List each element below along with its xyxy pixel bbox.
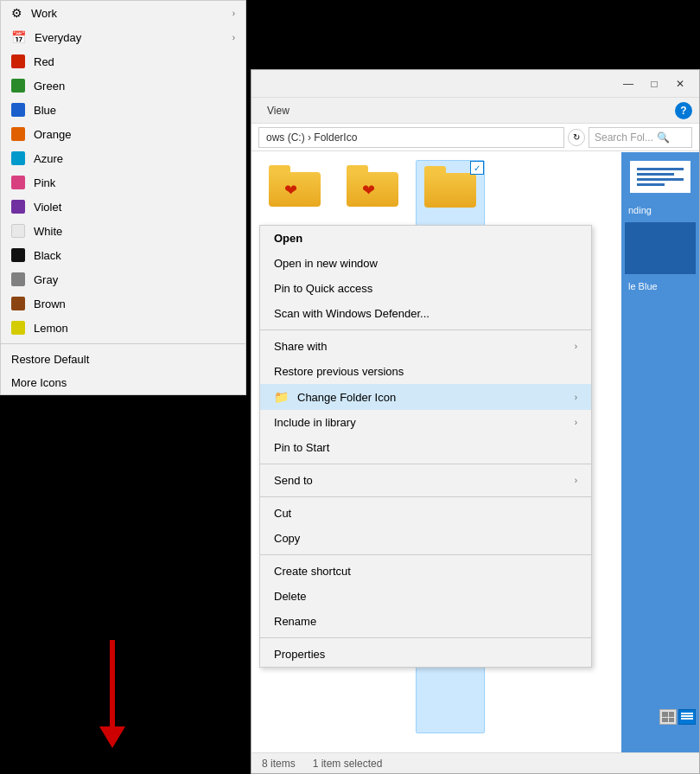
white-swatch: [11, 224, 25, 238]
delete-label: Delete: [274, 590, 307, 603]
list-view-icon[interactable]: [678, 709, 696, 725]
submenu-item-restore-default[interactable]: Restore Default: [1, 348, 245, 371]
submenu-item-azure[interactable]: Azure: [1, 146, 245, 170]
work-label: Work: [31, 7, 57, 20]
send-to-label: Send to: [274, 474, 313, 487]
context-menu-item-properties[interactable]: Properties: [260, 642, 591, 667]
violet-label: Violet: [34, 201, 61, 214]
green-label: Green: [34, 80, 65, 93]
context-menu-item-send-to[interactable]: Send to ›: [260, 468, 591, 493]
search-icon: 🔍: [657, 131, 670, 144]
context-menu-item-change-folder[interactable]: 📁 Change Folder Icon ›: [260, 384, 591, 410]
arrow-shaft: [110, 640, 115, 726]
submenu-item-gray[interactable]: Gray: [1, 267, 245, 291]
explorer-statusbar: 8 items 1 item selected: [251, 752, 699, 773]
submenu-item-pink[interactable]: Pink: [1, 170, 245, 195]
work-left-content: ⚙ Work: [11, 6, 57, 20]
share-label: Share with: [274, 340, 327, 353]
context-menu-item-create-shortcut[interactable]: Create shortcut: [260, 559, 591, 584]
cut-label: Cut: [274, 507, 291, 520]
arrow-head: [99, 726, 125, 748]
everyday-label: Everyday: [35, 31, 81, 44]
submenu-item-black[interactable]: Black: [1, 243, 245, 267]
blue-label: Blue: [34, 104, 56, 117]
everyday-arrow-icon: ›: [232, 33, 235, 42]
submenu-item-orange[interactable]: Orange: [1, 122, 245, 146]
folder-icon: ❤: [269, 163, 321, 207]
maximize-button[interactable]: □: [642, 72, 666, 96]
gray-swatch: [11, 272, 25, 286]
address-path[interactable]: ows (C:) › FolderIco: [258, 127, 564, 148]
share-item-left: Share with: [274, 340, 327, 353]
white-label: White: [34, 225, 62, 238]
minimize-button[interactable]: —: [616, 72, 640, 96]
grid-view-icon[interactable]: [659, 709, 677, 725]
azure-swatch: [11, 151, 25, 165]
properties-label: Properties: [274, 648, 325, 661]
close-button[interactable]: ✕: [668, 72, 692, 96]
submenu-item-lemon[interactable]: Lemon: [1, 316, 245, 340]
context-menu-item-delete[interactable]: Delete: [260, 584, 591, 609]
search-placeholder: Search Fol...: [595, 131, 653, 144]
blue-panel-label: nding: [621, 201, 699, 219]
submenu-item-green[interactable]: Green: [1, 74, 245, 98]
submenu-item-red[interactable]: Red: [1, 49, 245, 74]
context-menu-divider-1: [260, 329, 591, 330]
context-menu-item-cut[interactable]: Cut: [260, 501, 591, 526]
context-menu-item-open-new-window[interactable]: Open in new window: [260, 251, 591, 276]
submenu-item-everyday[interactable]: 📅 Everyday ›: [1, 25, 245, 49]
context-menu-item-pin-start[interactable]: Pin to Start: [260, 435, 591, 460]
selected-count: 1 item selected: [313, 758, 383, 770]
copy-label: Copy: [274, 532, 300, 545]
open-new-window-label: Open in new window: [274, 257, 378, 270]
context-menu-divider-5: [260, 637, 591, 638]
context-menu-item-scan[interactable]: Scan with Windows Defender...: [260, 301, 591, 326]
orange-label: Orange: [34, 128, 71, 141]
include-library-arrow-icon: ›: [575, 418, 577, 427]
everyday-left-content: 📅 Everyday: [11, 30, 81, 44]
create-shortcut-label: Create shortcut: [274, 565, 351, 578]
search-box[interactable]: Search Fol... 🔍: [589, 127, 692, 148]
lemon-swatch: [11, 321, 25, 335]
orange-swatch: [11, 127, 25, 141]
change-folder-arrow-icon: ›: [575, 393, 577, 402]
blue-swatch: [11, 103, 25, 117]
change-folder-label: Change Folder Icon: [297, 391, 396, 404]
context-menu-divider-3: [260, 496, 591, 497]
blue-panel-section: [625, 222, 696, 274]
submenu-item-white[interactable]: White: [1, 219, 245, 243]
context-menu-item-include-library[interactable]: Include in library ›: [260, 410, 591, 435]
work-icon: ⚙: [11, 6, 22, 20]
restore-default-label: Restore Default: [11, 353, 89, 366]
folder-icon-selected: [424, 164, 476, 208]
folder-checkbox[interactable]: ✓: [470, 161, 484, 175]
view-menu-item[interactable]: View: [258, 101, 298, 120]
pink-swatch: [11, 176, 25, 189]
brown-label: Brown: [34, 297, 66, 310]
include-library-left: Include in library: [274, 416, 356, 429]
rename-label: Rename: [274, 615, 316, 628]
submenu-item-violet[interactable]: Violet: [1, 195, 245, 219]
explorer-addressbar: ows (C:) › FolderIco ↻ Search Fol... 🔍: [251, 124, 699, 151]
submenu-item-work[interactable]: ⚙ Work ›: [1, 1, 245, 25]
change-folder-icon: 📁: [274, 390, 289, 404]
explorer-toolbar: View ?: [251, 98, 699, 124]
submenu-item-more-icons[interactable]: More Icons: [1, 371, 245, 394]
green-swatch: [11, 79, 25, 93]
context-menu-item-copy[interactable]: Copy: [260, 526, 591, 551]
refresh-button[interactable]: ↻: [568, 129, 585, 146]
pink-label: Pink: [34, 176, 55, 189]
items-count: 8 items: [262, 758, 296, 770]
submenu-item-blue[interactable]: Blue: [1, 98, 245, 122]
pin-start-label: Pin to Start: [274, 441, 329, 454]
red-arrow: [99, 640, 125, 748]
panel-content: [630, 161, 690, 193]
more-icons-label: More Icons: [11, 376, 67, 389]
context-menu-item-restore[interactable]: Restore previous versions: [260, 359, 591, 384]
context-menu-item-rename[interactable]: Rename: [260, 609, 591, 634]
context-menu-item-share[interactable]: Share with ›: [260, 334, 591, 359]
help-button[interactable]: ?: [675, 102, 692, 119]
submenu-item-brown[interactable]: Brown: [1, 291, 245, 316]
context-menu-item-pin-quick[interactable]: Pin to Quick access: [260, 276, 591, 301]
context-menu-item-open[interactable]: Open: [260, 226, 591, 251]
